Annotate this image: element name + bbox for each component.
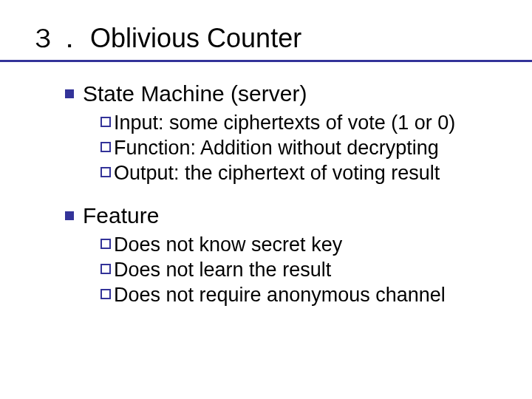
- hollow-square-bullet-icon: [100, 264, 111, 274]
- list-item: Function: Addition without decrypting: [100, 136, 502, 161]
- list-item-text: Does not learn the result: [114, 258, 331, 283]
- list-item: Does not learn the result: [100, 258, 502, 283]
- list-item-text: Does not know secret key: [114, 233, 342, 258]
- list-item: Input: some ciphertexts of vote (1 or 0): [100, 111, 502, 136]
- section-heading-text: Feature: [83, 203, 159, 228]
- hollow-square-bullet-icon: [100, 117, 111, 127]
- list-item-text: Input: some ciphertexts of vote (1 or 0): [114, 111, 455, 136]
- list-item-text: Output: the ciphertext of voting result: [114, 161, 440, 186]
- square-bullet-icon: [65, 89, 74, 98]
- title-text: Oblivious Counter: [90, 23, 301, 54]
- list-item: Output: the ciphertext of voting result: [100, 161, 502, 186]
- section-items: Input: some ciphertexts of vote (1 or 0)…: [100, 111, 502, 185]
- slide-title: ３． Oblivious Counter: [30, 21, 502, 57]
- hollow-square-bullet-icon: [100, 289, 111, 299]
- list-item: Does not know secret key: [100, 233, 502, 258]
- square-bullet-icon: [65, 211, 74, 220]
- hollow-square-bullet-icon: [100, 167, 111, 177]
- list-item: Does not require anonymous channel: [100, 283, 502, 308]
- hollow-square-bullet-icon: [100, 142, 111, 152]
- section-heading: Feature: [65, 203, 502, 228]
- title-underline: [0, 60, 532, 62]
- list-item-text: Does not require anonymous channel: [114, 283, 446, 308]
- section-heading-text: State Machine (server): [83, 81, 307, 106]
- list-item-text: Function: Addition without decrypting: [114, 136, 439, 161]
- section-items: Does not know secret key Does not learn …: [100, 233, 502, 307]
- hollow-square-bullet-icon: [100, 239, 111, 249]
- section-heading: State Machine (server): [65, 81, 502, 106]
- slide: ３． Oblivious Counter State Machine (serv…: [0, 0, 532, 399]
- title-number: ３．: [30, 21, 83, 57]
